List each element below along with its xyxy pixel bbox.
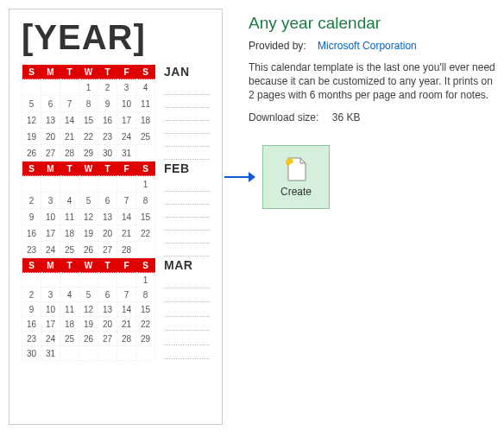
day-header: F xyxy=(117,258,136,273)
day-cell: 6 xyxy=(41,96,60,112)
month-calendar: SMTWTFS123456789101112131415161718192021… xyxy=(22,161,155,258)
day-cell xyxy=(60,273,79,288)
day-cell: 17 xyxy=(41,225,60,242)
day-cell: 27 xyxy=(41,145,60,161)
day-cell: 19 xyxy=(79,317,98,332)
day-cell: 7 xyxy=(60,96,79,112)
day-cell: 13 xyxy=(98,209,117,225)
day-cell: 14 xyxy=(117,302,136,317)
day-cell: 16 xyxy=(98,112,117,129)
day-cell: 9 xyxy=(22,302,41,317)
new-document-icon xyxy=(285,156,307,182)
day-cell: 24 xyxy=(41,332,60,346)
day-cell: 16 xyxy=(22,317,41,332)
day-cell: 18 xyxy=(136,112,155,129)
day-cell: 28 xyxy=(117,332,136,346)
day-cell: 28 xyxy=(117,242,136,258)
day-cell xyxy=(22,273,41,288)
day-cell xyxy=(117,346,136,361)
day-cell xyxy=(117,273,136,288)
day-cell: 23 xyxy=(98,129,117,145)
month-calendar: SMTWTFS123456789101112131415161718192021… xyxy=(22,65,155,161)
day-cell: 3 xyxy=(41,288,60,302)
day-header: T xyxy=(98,258,117,273)
day-cell: 9 xyxy=(22,209,41,225)
day-header: M xyxy=(41,65,60,79)
day-cell: 4 xyxy=(60,288,79,302)
day-cell: 8 xyxy=(79,96,98,112)
create-button[interactable]: Create xyxy=(262,145,330,209)
day-cell: 21 xyxy=(117,317,136,332)
day-cell: 1 xyxy=(136,176,155,193)
day-cell: 20 xyxy=(41,129,60,145)
svg-marker-1 xyxy=(249,172,255,182)
day-cell xyxy=(60,346,79,361)
template-info-panel: Any year calendar Provided by: Microsoft… xyxy=(249,9,495,434)
day-cell xyxy=(117,176,136,193)
day-header: M xyxy=(41,258,60,273)
provided-by-label: Provided by: xyxy=(249,40,306,52)
day-cell: 2 xyxy=(22,288,41,302)
day-cell xyxy=(79,176,98,193)
provided-by-row: Provided by: Microsoft Corporation xyxy=(249,40,495,52)
note-lines xyxy=(164,275,210,361)
day-cell: 29 xyxy=(136,332,155,346)
day-cell: 27 xyxy=(98,242,117,258)
day-cell: 14 xyxy=(60,112,79,129)
day-header: S xyxy=(136,161,155,176)
day-cell: 23 xyxy=(22,332,41,346)
day-cell: 11 xyxy=(136,96,155,112)
day-header: W xyxy=(79,65,98,79)
download-size-value: 36 KB xyxy=(332,111,361,123)
day-cell: 30 xyxy=(98,145,117,161)
day-cell: 12 xyxy=(79,302,98,317)
day-cell: 16 xyxy=(22,225,41,242)
download-size-row: Download size: 36 KB xyxy=(249,111,495,123)
day-cell xyxy=(22,176,41,193)
day-header: S xyxy=(136,258,155,273)
day-header: W xyxy=(79,258,98,273)
template-description: This calendar template is the last one y… xyxy=(249,60,495,103)
day-cell: 11 xyxy=(60,302,79,317)
day-cell: 24 xyxy=(41,242,60,258)
day-cell: 26 xyxy=(79,242,98,258)
day-cell xyxy=(60,79,79,96)
day-cell: 23 xyxy=(22,242,41,258)
month-name: FEB xyxy=(164,161,210,175)
day-cell xyxy=(136,145,155,161)
day-cell: 29 xyxy=(79,145,98,161)
day-cell: 3 xyxy=(41,193,60,209)
day-cell: 1 xyxy=(136,273,155,288)
day-cell: 6 xyxy=(98,288,117,302)
day-cell: 3 xyxy=(117,79,136,96)
download-size-label: Download size: xyxy=(249,111,318,123)
day-cell: 15 xyxy=(136,302,155,317)
day-cell: 5 xyxy=(79,288,98,302)
day-cell xyxy=(136,346,155,361)
day-cell: 15 xyxy=(79,112,98,129)
day-header: T xyxy=(60,161,79,176)
svg-marker-3 xyxy=(300,158,306,163)
day-cell xyxy=(98,273,117,288)
day-cell xyxy=(98,346,117,361)
day-cell: 5 xyxy=(22,96,41,112)
day-cell: 10 xyxy=(41,302,60,317)
day-cell: 31 xyxy=(41,346,60,361)
day-cell: 22 xyxy=(79,129,98,145)
day-cell: 12 xyxy=(79,209,98,225)
day-cell: 8 xyxy=(136,193,155,209)
day-cell: 25 xyxy=(136,129,155,145)
day-cell: 25 xyxy=(60,242,79,258)
day-cell: 22 xyxy=(136,225,155,242)
month-name: MAR xyxy=(164,258,210,272)
day-cell: 14 xyxy=(117,209,136,225)
day-header: T xyxy=(60,65,79,79)
day-cell: 12 xyxy=(22,112,41,129)
note-lines xyxy=(164,179,210,258)
provider-link[interactable]: Microsoft Corporation xyxy=(318,40,417,52)
day-cell: 28 xyxy=(60,145,79,161)
day-cell: 13 xyxy=(98,302,117,317)
month-block: SMTWTFS123456789101112131415161718192021… xyxy=(22,258,210,361)
day-cell: 9 xyxy=(98,96,117,112)
day-cell: 8 xyxy=(136,288,155,302)
